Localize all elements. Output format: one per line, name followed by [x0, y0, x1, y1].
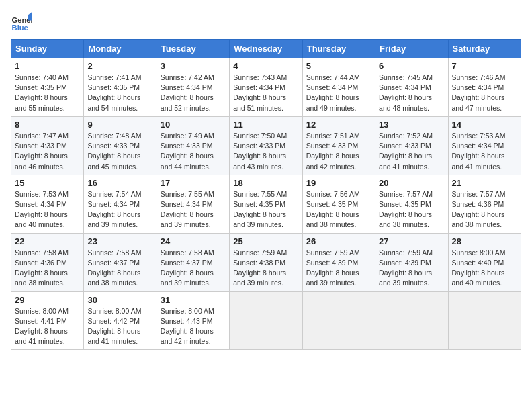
calendar-day-7: 7Sunrise: 7:46 AMSunset: 4:34 PMDaylight… — [448, 58, 521, 117]
day-number: 11 — [233, 120, 298, 130]
day-number: 9 — [87, 120, 152, 130]
calendar-day-2: 2Sunrise: 7:41 AMSunset: 4:35 PMDaylight… — [84, 58, 157, 117]
calendar-day-6: 6Sunrise: 7:45 AMSunset: 4:34 PMDaylight… — [375, 58, 448, 117]
calendar-table: SundayMondayTuesdayWednesdayThursdayFrid… — [11, 39, 521, 350]
day-info: Sunrise: 7:59 AMSunset: 4:39 PMDaylight:… — [379, 248, 444, 289]
calendar-week-row: 8Sunrise: 7:47 AMSunset: 4:33 PMDaylight… — [11, 116, 521, 175]
day-number: 5 — [306, 61, 371, 71]
calendar-day-20: 20Sunrise: 7:57 AMSunset: 4:35 PMDayligh… — [375, 175, 448, 233]
calendar-day-11: 11Sunrise: 7:50 AMSunset: 4:33 PMDayligh… — [230, 116, 302, 175]
day-number: 22 — [15, 236, 80, 246]
day-info: Sunrise: 7:47 AMSunset: 4:33 PMDaylight:… — [15, 131, 80, 172]
day-number: 7 — [452, 61, 517, 71]
calendar-day-23: 23Sunrise: 7:58 AMSunset: 4:37 PMDayligh… — [84, 233, 157, 291]
logo-icon: General Blue — [11, 11, 32, 32]
day-info: Sunrise: 7:40 AMSunset: 4:35 PMDaylight:… — [15, 73, 80, 113]
day-number: 20 — [379, 178, 444, 188]
day-number: 18 — [233, 178, 298, 188]
day-info: Sunrise: 7:54 AMSunset: 4:34 PMDaylight:… — [87, 189, 152, 230]
calendar-day-3: 3Sunrise: 7:42 AMSunset: 4:34 PMDaylight… — [157, 58, 229, 117]
calendar-day-18: 18Sunrise: 7:55 AMSunset: 4:35 PMDayligh… — [230, 175, 302, 233]
empty-cell — [448, 291, 521, 350]
day-number: 27 — [379, 236, 444, 246]
day-number: 8 — [15, 120, 80, 130]
weekday-header-saturday: Saturday — [448, 40, 521, 58]
day-info: Sunrise: 7:57 AMSunset: 4:36 PMDaylight:… — [452, 189, 517, 230]
day-number: 28 — [452, 236, 517, 246]
calendar-day-21: 21Sunrise: 7:57 AMSunset: 4:36 PMDayligh… — [448, 175, 521, 233]
day-info: Sunrise: 7:46 AMSunset: 4:34 PMDaylight:… — [452, 73, 517, 113]
weekday-header-thursday: Thursday — [302, 40, 375, 58]
calendar-week-row: 29Sunrise: 8:00 AMSunset: 4:41 PMDayligh… — [11, 291, 521, 350]
day-number: 15 — [15, 178, 80, 188]
day-number: 24 — [161, 236, 226, 246]
calendar-day-4: 4Sunrise: 7:43 AMSunset: 4:34 PMDaylight… — [230, 58, 302, 117]
day-info: Sunrise: 7:56 AMSunset: 4:35 PMDaylight:… — [306, 189, 371, 230]
day-info: Sunrise: 7:52 AMSunset: 4:33 PMDaylight:… — [379, 131, 444, 172]
day-info: Sunrise: 8:00 AMSunset: 4:40 PMDaylight:… — [452, 248, 517, 289]
empty-cell — [302, 291, 375, 350]
calendar-day-27: 27Sunrise: 7:59 AMSunset: 4:39 PMDayligh… — [375, 233, 448, 291]
day-number: 21 — [452, 178, 517, 188]
calendar-week-row: 22Sunrise: 7:58 AMSunset: 4:36 PMDayligh… — [11, 233, 521, 291]
calendar-day-22: 22Sunrise: 7:58 AMSunset: 4:36 PMDayligh… — [11, 233, 84, 291]
day-number: 12 — [306, 120, 371, 130]
day-info: Sunrise: 8:00 AMSunset: 4:42 PMDaylight:… — [87, 306, 152, 347]
day-info: Sunrise: 7:50 AMSunset: 4:33 PMDaylight:… — [233, 131, 298, 172]
weekday-header-sunday: Sunday — [11, 40, 84, 58]
calendar-day-24: 24Sunrise: 7:58 AMSunset: 4:37 PMDayligh… — [157, 233, 229, 291]
day-info: Sunrise: 7:58 AMSunset: 4:37 PMDaylight:… — [87, 248, 152, 289]
day-number: 14 — [452, 120, 517, 130]
calendar-day-30: 30Sunrise: 8:00 AMSunset: 4:42 PMDayligh… — [84, 291, 157, 350]
weekday-header-wednesday: Wednesday — [230, 40, 302, 58]
day-info: Sunrise: 7:57 AMSunset: 4:35 PMDaylight:… — [379, 189, 444, 230]
day-info: Sunrise: 7:55 AMSunset: 4:34 PMDaylight:… — [161, 189, 226, 230]
day-info: Sunrise: 7:59 AMSunset: 4:39 PMDaylight:… — [306, 248, 371, 289]
day-number: 1 — [15, 61, 80, 71]
day-number: 17 — [161, 178, 226, 188]
empty-cell — [375, 291, 448, 350]
day-info: Sunrise: 7:53 AMSunset: 4:34 PMDaylight:… — [15, 189, 80, 230]
calendar-day-15: 15Sunrise: 7:53 AMSunset: 4:34 PMDayligh… — [11, 175, 84, 233]
day-info: Sunrise: 7:58 AMSunset: 4:37 PMDaylight:… — [161, 248, 226, 289]
calendar-day-26: 26Sunrise: 7:59 AMSunset: 4:39 PMDayligh… — [302, 233, 375, 291]
svg-marker-2 — [28, 12, 32, 21]
day-number: 16 — [87, 178, 152, 188]
day-info: Sunrise: 7:44 AMSunset: 4:34 PMDaylight:… — [306, 73, 371, 113]
day-info: Sunrise: 8:00 AMSunset: 4:41 PMDaylight:… — [15, 306, 80, 347]
day-info: Sunrise: 7:55 AMSunset: 4:35 PMDaylight:… — [233, 189, 298, 230]
weekday-header-row: SundayMondayTuesdayWednesdayThursdayFrid… — [11, 40, 521, 58]
day-info: Sunrise: 7:58 AMSunset: 4:36 PMDaylight:… — [15, 248, 80, 289]
calendar-day-17: 17Sunrise: 7:55 AMSunset: 4:34 PMDayligh… — [157, 175, 229, 233]
day-number: 31 — [161, 295, 226, 305]
weekday-header-tuesday: Tuesday — [157, 40, 229, 58]
day-number: 26 — [306, 236, 371, 246]
day-info: Sunrise: 7:49 AMSunset: 4:33 PMDaylight:… — [161, 131, 226, 172]
calendar-day-14: 14Sunrise: 7:53 AMSunset: 4:34 PMDayligh… — [448, 116, 521, 175]
day-number: 2 — [87, 61, 152, 71]
day-number: 13 — [379, 120, 444, 130]
weekday-header-friday: Friday — [375, 40, 448, 58]
day-number: 4 — [233, 61, 298, 71]
page-header: General Blue — [11, 11, 521, 32]
day-number: 30 — [87, 295, 152, 305]
calendar-week-row: 15Sunrise: 7:53 AMSunset: 4:34 PMDayligh… — [11, 175, 521, 233]
day-info: Sunrise: 7:59 AMSunset: 4:38 PMDaylight:… — [233, 248, 298, 289]
calendar-day-5: 5Sunrise: 7:44 AMSunset: 4:34 PMDaylight… — [302, 58, 375, 117]
calendar-day-8: 8Sunrise: 7:47 AMSunset: 4:33 PMDaylight… — [11, 116, 84, 175]
calendar-day-31: 31Sunrise: 8:00 AMSunset: 4:43 PMDayligh… — [157, 291, 229, 350]
day-number: 6 — [379, 61, 444, 71]
day-number: 3 — [161, 61, 226, 71]
day-number: 23 — [87, 236, 152, 246]
day-number: 10 — [161, 120, 226, 130]
calendar-day-13: 13Sunrise: 7:52 AMSunset: 4:33 PMDayligh… — [375, 116, 448, 175]
calendar-day-28: 28Sunrise: 8:00 AMSunset: 4:40 PMDayligh… — [448, 233, 521, 291]
calendar-day-1: 1Sunrise: 7:40 AMSunset: 4:35 PMDaylight… — [11, 58, 84, 117]
calendar-day-25: 25Sunrise: 7:59 AMSunset: 4:38 PMDayligh… — [230, 233, 302, 291]
day-number: 29 — [15, 295, 80, 305]
day-info: Sunrise: 7:45 AMSunset: 4:34 PMDaylight:… — [379, 73, 444, 113]
weekday-header-monday: Monday — [84, 40, 157, 58]
day-info: Sunrise: 7:42 AMSunset: 4:34 PMDaylight:… — [161, 73, 226, 113]
day-info: Sunrise: 7:53 AMSunset: 4:34 PMDaylight:… — [452, 131, 517, 172]
empty-cell — [230, 291, 302, 350]
